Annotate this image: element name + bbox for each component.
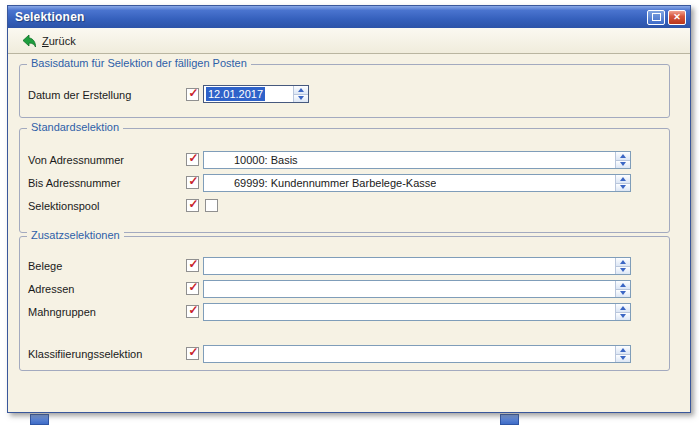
von-adressnummer-label: Von Adressnummer <box>28 154 124 166</box>
restore-button[interactable] <box>647 10 665 25</box>
spinner-up-button[interactable] <box>616 281 630 289</box>
spinner-down-button[interactable] <box>616 160 630 169</box>
bis-adressnummer-label: Bis Adressnummer <box>28 177 120 189</box>
titlebar[interactable]: Selektionen ✕ <box>8 6 690 28</box>
spinner-down-button[interactable] <box>616 289 630 298</box>
standard-group-title: Standardselektion <box>27 121 123 133</box>
arrow-down-icon <box>620 314 626 318</box>
arrow-up-icon <box>298 88 304 92</box>
basis-group-title: Basisdatum für Selektion der fälligen Po… <box>27 57 251 69</box>
date-spinner <box>293 86 308 102</box>
background-window-fragment <box>30 414 49 425</box>
date-field[interactable]: 12.01.2017 <box>203 85 309 103</box>
belege-checkbox[interactable]: ✓ <box>186 259 199 272</box>
zusatz-group: Zusatzselektionen Belege ✓ Adressen ✓ <box>19 236 670 371</box>
arrow-up-icon <box>620 306 626 310</box>
adressen-label: Adressen <box>28 283 74 295</box>
spinner-up-button[interactable] <box>616 152 630 160</box>
client-area: Basisdatum für Selektion der fälligen Po… <box>8 54 690 412</box>
spinner-down-button[interactable] <box>616 354 630 363</box>
klassifizierungsselektion-label: Klassifiierungsselektion <box>28 348 142 360</box>
klassifizierungsselektion-checkbox[interactable]: ✓ <box>186 347 199 360</box>
belege-field[interactable] <box>203 257 631 275</box>
von-adressnummer-spinner <box>615 152 630 168</box>
date-value: 12.01.2017 <box>206 87 265 101</box>
mahngruppen-label: Mahngruppen <box>28 306 96 318</box>
von-adressnummer-field[interactable]: 10000: Basis <box>203 151 631 169</box>
standard-group: Standardselektion Von Adressnummer ✓ 100… <box>19 128 670 233</box>
close-icon: ✕ <box>673 13 681 22</box>
arrow-up-icon <box>620 348 626 352</box>
spinner-down-button[interactable] <box>616 266 630 275</box>
belege-label: Belege <box>28 260 62 272</box>
arrow-up-icon <box>620 177 626 181</box>
window-title: Selektionen <box>15 10 644 24</box>
check-icon: ✓ <box>188 282 199 293</box>
belege-spinner <box>615 258 630 274</box>
spinner-down-button[interactable] <box>616 312 630 321</box>
von-adressnummer-checkbox[interactable]: ✓ <box>186 153 199 166</box>
check-icon: ✓ <box>188 176 199 187</box>
klassifizierungsselektion-spinner <box>615 346 630 362</box>
date-label: Datum der Erstellung <box>28 89 131 101</box>
spinner-up-button[interactable] <box>616 304 630 312</box>
arrow-up-icon <box>620 154 626 158</box>
spinner-up-button[interactable] <box>294 86 308 94</box>
arrow-down-icon <box>620 185 626 189</box>
arrow-up-icon <box>620 283 626 287</box>
arrow-down-icon <box>620 162 626 166</box>
arrow-down-icon <box>620 291 626 295</box>
arrow-up-icon <box>620 260 626 264</box>
adressen-field[interactable] <box>203 280 631 298</box>
arrow-down-icon <box>298 96 304 100</box>
bis-adressnummer-spinner <box>615 175 630 191</box>
mahngruppen-spinner <box>615 304 630 320</box>
selektionspool-checkbox[interactable] <box>205 199 218 212</box>
adressen-spinner <box>615 281 630 297</box>
von-adressnummer-value: 10000: Basis <box>204 154 298 166</box>
check-icon: ✓ <box>188 88 199 99</box>
spinner-up-button[interactable] <box>616 175 630 183</box>
back-button[interactable]: Zurück <box>14 31 84 51</box>
check-icon: ✓ <box>188 153 199 164</box>
spinner-up-button[interactable] <box>616 258 630 266</box>
mahngruppen-checkbox[interactable]: ✓ <box>186 305 199 318</box>
selektionspool-label: Selektionspool <box>28 200 100 212</box>
back-arrow-icon <box>22 34 37 48</box>
bis-adressnummer-field[interactable]: 69999: Kundennummer Barbelege-Kasse <box>203 174 631 192</box>
check-icon: ✓ <box>188 347 199 358</box>
selektionspool-enable-checkbox[interactable]: ✓ <box>186 199 199 212</box>
spinner-up-button[interactable] <box>616 346 630 354</box>
restore-icon <box>652 13 661 21</box>
back-button-label: Zurück <box>42 35 76 47</box>
zusatz-group-title: Zusatzselektionen <box>27 229 124 241</box>
check-icon: ✓ <box>188 305 199 316</box>
spinner-down-button[interactable] <box>294 94 308 103</box>
arrow-down-icon <box>620 356 626 360</box>
basis-group: Basisdatum für Selektion der fälligen Po… <box>19 64 670 118</box>
check-icon: ✓ <box>188 259 199 270</box>
bis-adressnummer-checkbox[interactable]: ✓ <box>186 176 199 189</box>
mahngruppen-field[interactable] <box>203 303 631 321</box>
toolbar: Zurück <box>8 28 690 54</box>
bis-adressnummer-value: 69999: Kundennummer Barbelege-Kasse <box>204 177 436 189</box>
klassifizierungsselektion-field[interactable] <box>203 345 631 363</box>
date-checkbox[interactable]: ✓ <box>186 88 199 101</box>
check-icon: ✓ <box>188 199 199 210</box>
spinner-down-button[interactable] <box>616 183 630 192</box>
background-window-fragment <box>500 414 519 425</box>
dialog-window: Selektionen ✕ Zurück Basisdatum für Sele… <box>7 5 691 413</box>
close-button[interactable]: ✕ <box>668 10 686 25</box>
adressen-checkbox[interactable]: ✓ <box>186 282 199 295</box>
arrow-down-icon <box>620 268 626 272</box>
